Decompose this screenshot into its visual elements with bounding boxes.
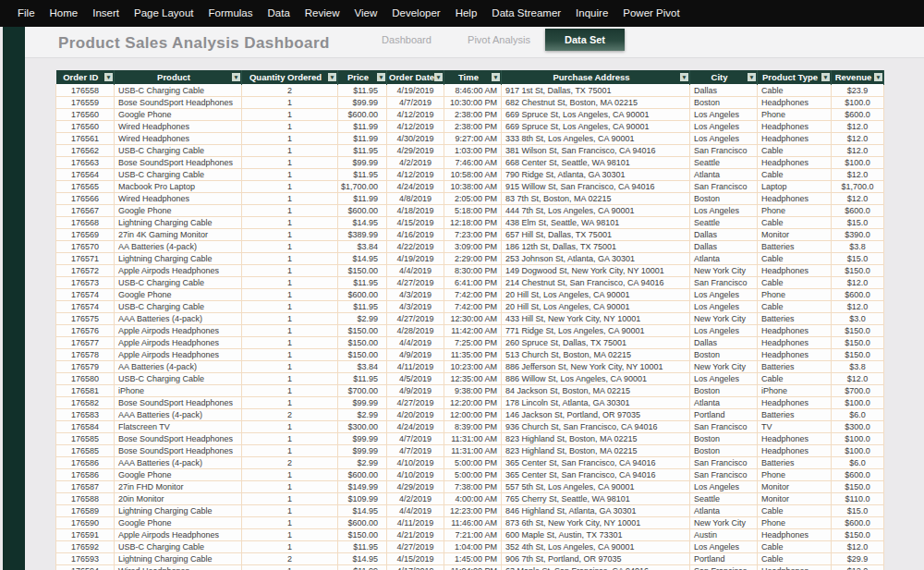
cell-quantity-ordered[interactable]: 1 xyxy=(242,144,338,156)
cell-city[interactable]: San Francisco xyxy=(690,468,758,480)
cell-revenue[interactable]: $1,700.0 xyxy=(832,180,884,192)
cell-price[interactable]: $14.95 xyxy=(338,552,387,564)
cell-time[interactable]: 11:31:00 AM xyxy=(444,432,502,444)
cell-order-date[interactable]: 4/27/2019 xyxy=(387,540,444,552)
cell-quantity-ordered[interactable]: 1 xyxy=(242,228,338,240)
cell-order-date[interactable]: 4/3/2019 xyxy=(387,300,444,312)
filter-dropdown-icon[interactable]: ▼ xyxy=(492,73,500,81)
cell-order-id[interactable]: 176567 xyxy=(56,204,115,216)
menu-item-help[interactable]: Help xyxy=(448,0,485,27)
cell-purchase-address[interactable]: 917 1st St, Dallas, TX 75001 xyxy=(502,84,690,96)
cell-order-date[interactable]: 4/2/2019 xyxy=(387,492,444,504)
cell-product[interactable]: USB-C Charging Cable xyxy=(115,540,242,552)
cell-product[interactable]: USB-C Charging Cable xyxy=(115,84,242,96)
cell-time[interactable]: 7:21:00 AM xyxy=(444,528,502,540)
cell-product[interactable]: USB-C Charging Cable xyxy=(115,372,242,384)
cell-product-type[interactable]: Cable xyxy=(758,216,832,228)
cell-revenue[interactable]: $12.0 xyxy=(832,144,884,156)
cell-purchase-address[interactable]: 20 Hill St, Los Angeles, CA 90001 xyxy=(502,300,690,312)
cell-revenue[interactable]: $600.0 xyxy=(832,516,884,528)
cell-quantity-ordered[interactable]: 1 xyxy=(242,396,338,408)
cell-quantity-ordered[interactable]: 1 xyxy=(242,564,338,570)
cell-price[interactable]: $3.84 xyxy=(338,240,387,252)
cell-revenue[interactable]: $100.0 xyxy=(832,96,884,108)
cell-order-date[interactable]: 4/24/2019 xyxy=(387,180,444,192)
cell-product[interactable]: Bose SoundSport Headphones xyxy=(115,432,242,444)
cell-time[interactable]: 7:38:00 PM xyxy=(444,480,502,492)
cell-purchase-address[interactable]: 846 Highland St, Atlanta, GA 30301 xyxy=(502,504,690,516)
cell-purchase-address[interactable]: 557 5th St, Los Angeles, CA 90001 xyxy=(502,480,690,492)
cell-order-date[interactable]: 4/7/2019 xyxy=(387,432,444,444)
cell-product-type[interactable]: Cable xyxy=(758,540,832,552)
menu-item-view[interactable]: View xyxy=(347,0,385,27)
cell-quantity-ordered[interactable]: 1 xyxy=(242,348,338,360)
cell-quantity-ordered[interactable]: 1 xyxy=(242,240,338,252)
cell-order-id[interactable]: 176562 xyxy=(56,144,115,156)
cell-city[interactable]: San Francisco xyxy=(690,180,758,192)
cell-product[interactable]: Bose SoundSport Headphones xyxy=(115,396,242,408)
cell-product[interactable]: AA Batteries (4-pack) xyxy=(115,360,242,372)
cell-city[interactable]: Dallas xyxy=(690,336,758,348)
cell-purchase-address[interactable]: 669 Spruce St, Los Angeles, CA 90001 xyxy=(502,120,690,132)
cell-order-id[interactable]: 176574 xyxy=(56,288,115,300)
tab-data-set[interactable]: Data Set xyxy=(545,29,625,51)
cell-product[interactable]: Apple Airpods Headphones xyxy=(115,324,242,336)
cell-product[interactable]: Bose SoundSport Headphones xyxy=(115,156,242,168)
cell-product-type[interactable]: Phone xyxy=(758,204,832,216)
cell-city[interactable]: Seattle xyxy=(690,216,758,228)
cell-purchase-address[interactable]: 669 Spruce St, Los Angeles, CA 90001 xyxy=(502,108,690,120)
cell-product[interactable]: Apple Airpods Headphones xyxy=(115,264,242,276)
cell-revenue[interactable]: $100.0 xyxy=(832,396,884,408)
cell-time[interactable]: 12:00:00 PM xyxy=(444,408,502,420)
cell-city[interactable]: Portland xyxy=(690,552,758,564)
cell-quantity-ordered[interactable]: 1 xyxy=(242,432,338,444)
cell-revenue[interactable]: $3.0 xyxy=(832,312,884,324)
cell-order-id[interactable]: 176565 xyxy=(56,180,115,192)
cell-price[interactable]: $149.99 xyxy=(338,480,387,492)
cell-city[interactable]: San Francisco xyxy=(690,144,758,156)
cell-time[interactable]: 5:18:00 PM xyxy=(444,204,502,216)
filter-dropdown-icon[interactable]: ▼ xyxy=(434,73,443,81)
cell-city[interactable]: Seattle xyxy=(690,492,758,504)
cell-price[interactable]: $11.95 xyxy=(338,540,387,552)
cell-product-type[interactable]: Batteries xyxy=(758,312,832,324)
cell-city[interactable]: New York City xyxy=(690,360,758,372)
cell-order-date[interactable]: 4/19/2019 xyxy=(387,252,444,264)
cell-order-date[interactable]: 4/24/2019 xyxy=(387,420,444,432)
cell-order-id[interactable]: 176586 xyxy=(56,456,115,468)
cell-product-type[interactable]: Cable xyxy=(758,276,832,288)
menu-item-inquire[interactable]: Inquire xyxy=(568,0,615,27)
cell-product[interactable]: Lightning Charging Cable xyxy=(115,552,242,564)
cell-order-date[interactable]: 4/3/2019 xyxy=(387,288,444,300)
cell-product-type[interactable]: Batteries xyxy=(758,456,832,468)
cell-order-date[interactable]: 4/20/2019 xyxy=(387,408,444,420)
cell-city[interactable]: San Francisco xyxy=(690,276,758,288)
cell-city[interactable]: Los Angeles xyxy=(690,108,758,120)
cell-order-id[interactable]: 176591 xyxy=(56,528,115,540)
cell-purchase-address[interactable]: 765 Cherry St, Seattle, WA 98101 xyxy=(502,492,690,504)
cell-purchase-address[interactable]: 84 Jackson St, Boston, MA 02215 xyxy=(502,384,690,396)
cell-city[interactable]: San Francisco xyxy=(690,456,758,468)
cell-order-date[interactable]: 4/27/2019 xyxy=(387,396,444,408)
cell-product-type[interactable]: Cable xyxy=(758,144,832,156)
cell-quantity-ordered[interactable]: 1 xyxy=(242,480,338,492)
cell-revenue[interactable]: $12.0 xyxy=(832,540,884,552)
cell-product-type[interactable]: Phone xyxy=(758,288,832,300)
cell-product[interactable]: Lightning Charging Cable xyxy=(115,504,242,516)
cell-quantity-ordered[interactable]: 1 xyxy=(242,444,338,456)
cell-order-id[interactable]: 176560 xyxy=(56,108,115,120)
cell-revenue[interactable]: $150.0 xyxy=(832,480,884,492)
cell-time[interactable]: 1:45:00 PM xyxy=(444,552,502,564)
cell-price[interactable]: $600.00 xyxy=(338,108,387,120)
cell-time[interactable]: 12:18:00 PM xyxy=(444,216,502,228)
cell-purchase-address[interactable]: 333 8th St, Los Angeles, CA 90001 xyxy=(502,132,690,144)
cell-quantity-ordered[interactable]: 2 xyxy=(242,552,338,564)
cell-time[interactable]: 11:46:00 AM xyxy=(444,516,502,528)
cell-product[interactable]: USB-C Charging Cable xyxy=(115,276,242,288)
cell-order-date[interactable]: 4/11/2019 xyxy=(387,360,444,372)
cell-revenue[interactable]: $600.0 xyxy=(832,204,884,216)
cell-order-id[interactable]: 176561 xyxy=(56,132,115,144)
cell-revenue[interactable]: $12.0 xyxy=(832,300,884,312)
cell-order-date[interactable]: 4/9/2019 xyxy=(387,384,444,396)
cell-order-date[interactable]: 4/8/2019 xyxy=(387,192,444,204)
